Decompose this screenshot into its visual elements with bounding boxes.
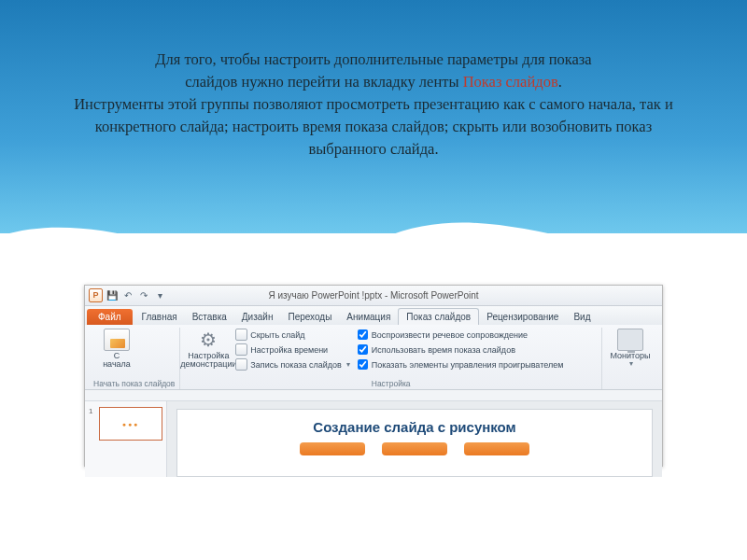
record-slideshow-button[interactable]: Запись показа слайдов▾ (235, 357, 349, 371)
tab-transitions[interactable]: Переходы (280, 309, 339, 325)
screen-play-icon (104, 329, 130, 351)
tab-insert[interactable]: Вставка (185, 309, 234, 325)
slide-canvas[interactable]: Создание слайда с рисунком (167, 401, 662, 477)
use-timings-label: Использовать время показа слайдов (372, 345, 515, 355)
editor-area: 1 Создание слайда с рисунком (85, 401, 662, 477)
setup-slideshow-button[interactable]: Настройка демонстрации (185, 328, 232, 371)
record-icon (235, 358, 247, 371)
qat-undo-icon[interactable]: ↶ (121, 289, 134, 302)
group-monitors: Мониторы ▾ (602, 328, 658, 389)
powerpoint-window: P 💾 ↶ ↷ ▾ Я изучаю PowerPoint !pptx - Mi… (84, 285, 663, 467)
clock-icon (235, 343, 247, 356)
hide-slide-button[interactable]: Скрыть слайд (235, 328, 349, 342)
intro-line-1b: слайдов нужно перейти на вкладку ленты (185, 73, 462, 91)
gear-icon (195, 329, 221, 351)
horizontal-ruler (85, 390, 662, 401)
qat-dropdown-icon[interactable]: ▾ (153, 289, 166, 302)
from-beginning-button[interactable]: С начала (93, 328, 140, 371)
use-timings-input[interactable] (358, 344, 368, 355)
quick-access-toolbar: P 💾 ↶ ↷ ▾ (85, 288, 166, 302)
intro-highlight: Показ слайдов (463, 73, 558, 91)
tab-animation[interactable]: Анимация (339, 309, 398, 325)
group-start-slideshow: С начала Начать показ слайдов (89, 328, 180, 389)
record-label: Запись показа слайдов (250, 360, 341, 370)
hide-slide-icon (235, 329, 247, 341)
rehearse-label: Настройка времени (250, 345, 328, 355)
tab-home[interactable]: Главная (134, 309, 185, 325)
chevron-down-icon: ▾ (346, 360, 350, 369)
thumb-number: 1 (89, 407, 96, 415)
intro-text: Для того, чтобы настроить дополнительные… (56, 49, 691, 161)
group-monitors-label (607, 379, 654, 389)
rehearse-timings-button[interactable]: Настройка времени (235, 343, 349, 357)
group-setup-label: Настройка (185, 379, 597, 389)
show-controls-checkbox[interactable]: Показать элементы управления проигрывате… (358, 357, 564, 371)
show-controls-input[interactable] (358, 359, 368, 370)
content-block (464, 442, 529, 455)
setup-l2: демонстрации (180, 360, 236, 369)
intro-p2: Инструменты этой группы позволяют просмо… (74, 95, 673, 158)
ribbon-tabs: Файл Главная Вставка Дизайн Переходы Ани… (85, 306, 662, 325)
monitor-icon (617, 329, 643, 351)
show-controls-label: Показать элементы управления проигрывате… (372, 360, 564, 370)
slide-content-blocks (189, 442, 641, 455)
slide-title-text: Создание слайда с рисунком (189, 419, 641, 435)
tab-view[interactable]: Вид (566, 309, 598, 325)
play-narration-label: Воспроизвести речевое сопровождение (372, 330, 528, 340)
titlebar: P 💾 ↶ ↷ ▾ Я изучаю PowerPoint !pptx - Mi… (85, 286, 662, 306)
current-slide: Создание слайда с рисунком (176, 409, 653, 477)
app-icon[interactable]: P (89, 288, 103, 302)
use-timings-checkbox[interactable]: Использовать время показа слайдов (358, 343, 564, 357)
content-block (382, 442, 447, 455)
tab-design[interactable]: Дизайн (234, 309, 281, 325)
qat-save-icon[interactable]: 💾 (106, 289, 119, 302)
tab-file[interactable]: Файл (87, 309, 133, 325)
monitors-button[interactable]: Мониторы ▾ (607, 328, 654, 370)
play-narration-checkbox[interactable]: Воспроизвести речевое сопровождение (358, 328, 564, 342)
ribbon: С начала Начать показ слайдов Настройка … (85, 325, 662, 390)
play-narration-input[interactable] (358, 329, 368, 340)
intro-line-1a: Для того, чтобы настроить дополнительные… (155, 50, 591, 68)
group-setup: Настройка демонстрации Скрыть слайд Наст… (180, 328, 602, 389)
monitors-dropdown-icon: ▾ (629, 360, 633, 368)
window-title: Я изучаю PowerPoint !pptx - Microsoft Po… (85, 286, 662, 306)
tab-slideshow[interactable]: Показ слайдов (398, 308, 479, 325)
from-beginning-l2: начала (103, 360, 131, 369)
group-start-label: Начать показ слайдов (93, 379, 175, 389)
intro-line-1c: . (558, 73, 562, 91)
content-block (300, 442, 365, 455)
slide-thumbnails-pane[interactable]: 1 (85, 401, 167, 477)
tab-review[interactable]: Рецензирование (479, 309, 566, 325)
qat-redo-icon[interactable]: ↷ (137, 289, 150, 302)
hide-slide-label: Скрыть слайд (250, 330, 304, 340)
slide-thumbnail-1[interactable] (99, 407, 162, 441)
